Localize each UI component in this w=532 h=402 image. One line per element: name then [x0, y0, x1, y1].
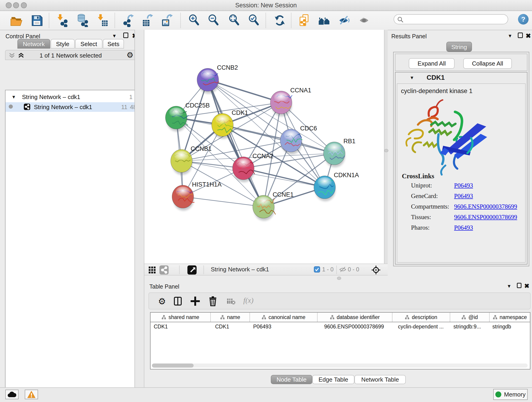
create-column-plus-icon[interactable] [191, 296, 200, 306]
network-node-RB1[interactable] [323, 142, 345, 165]
expand-all-button[interactable]: Expand All [409, 58, 455, 69]
save-session-icon[interactable] [31, 14, 43, 27]
grid-view-icon[interactable] [148, 266, 156, 274]
network-node-CDK1[interactable] [212, 114, 233, 136]
tab-sets[interactable]: Sets [103, 39, 124, 49]
column-tree-icon [493, 315, 497, 319]
birdseye-view-icon[interactable] [187, 265, 196, 274]
title-bar: Session: New Session [0, 0, 532, 11]
column-tree-icon [262, 315, 266, 319]
collapse-all-button[interactable]: Collapse All [463, 58, 512, 69]
crosslink-genecard-link[interactable]: P06493 [454, 192, 473, 200]
table-cell[interactable]: stringdb:9... [453, 324, 488, 332]
main-toolbar: ? [0, 11, 532, 30]
node-label-CDC6: CDC6 [300, 125, 317, 132]
tab-select[interactable]: Select [75, 39, 102, 49]
tab-edge-table[interactable]: Edge Table [312, 375, 355, 384]
crosslink-label: Pharos: [411, 224, 430, 231]
zoom-fit-icon[interactable] [228, 14, 240, 27]
help-button[interactable]: ? [518, 14, 529, 25]
crosslink-tissues-link[interactable]: 9606.ENSP00000378699 [454, 214, 517, 221]
protein-name: CDK1 [427, 74, 445, 81]
selected-nodes-checkbox[interactable] [314, 266, 320, 273]
horizontal-scrollbar[interactable] [152, 364, 528, 368]
column-header: database identifier [317, 313, 393, 322]
tab-string[interactable]: String [446, 42, 472, 52]
table-options-gear-icon[interactable]: ⚙ [158, 297, 166, 306]
delete-table-icon [227, 298, 235, 305]
network-node-CCNB2[interactable] [197, 68, 219, 91]
show-columns-icon[interactable] [174, 297, 182, 306]
warning-status-button[interactable] [25, 390, 38, 399]
network-options-gear-icon[interactable]: ⚙ [127, 51, 133, 59]
network-node-count: 11 [121, 104, 127, 111]
control-canvas-splitter[interactable] [134, 30, 144, 387]
hide-selected-eye-icon[interactable] [338, 14, 351, 27]
table-panel-float-icon[interactable]: ▾ [508, 283, 510, 289]
table-cell[interactable]: cyclin-dependent ... [398, 324, 451, 332]
protein-collapse-icon[interactable]: ▼ [410, 75, 414, 80]
network-canvas[interactable]: CCNB2CCNA1CDC25BCDK1CDC6RB1CCNB1CCNA2CDK… [144, 30, 384, 264]
import-network-database-icon[interactable] [76, 14, 89, 27]
table-cell[interactable]: 9606.ENSP00000378699 [324, 324, 395, 332]
tab-node-table[interactable]: Node Table [271, 375, 312, 384]
network-collection-row[interactable]: ▼ String Network – cdk1 1 [6, 94, 136, 102]
node-label-CDK1: CDK1 [232, 109, 248, 116]
crosslink-pharos-link[interactable]: P06493 [454, 224, 473, 231]
memory-label: Memory [504, 391, 526, 398]
clone-network-icon[interactable] [298, 14, 310, 27]
zoom-out-icon[interactable] [207, 14, 220, 27]
table-cell[interactable]: stringdb [492, 324, 529, 332]
column-tree-icon [162, 315, 166, 319]
network-node-CCNB1[interactable] [171, 149, 192, 172]
zoom-in-icon[interactable] [188, 14, 200, 27]
results-panel-float-icon[interactable]: ▾ [509, 32, 511, 39]
canvas-results-splitter[interactable] [384, 30, 388, 265]
search-input[interactable] [394, 14, 508, 24]
delete-column-trash-icon[interactable] [209, 296, 217, 306]
tab-network-table[interactable]: Network Table [355, 375, 406, 384]
open-session-icon[interactable] [10, 14, 22, 27]
results-panel-close-icon[interactable]: ✖ [526, 32, 531, 40]
node-label-CDKN1A: CDKN1A [334, 172, 359, 179]
home-icon[interactable] [318, 14, 331, 27]
zoom-selected-icon[interactable] [248, 14, 260, 27]
string-view-icon[interactable] [159, 265, 169, 274]
collection-collapse-icon[interactable]: ▼ [12, 95, 16, 100]
node-table[interactable]: shared name name canonical name database… [150, 312, 530, 370]
table-cell[interactable]: CDK1 [215, 324, 249, 332]
tab-network[interactable]: Network [17, 39, 50, 49]
toolbar-separator [49, 13, 49, 28]
network-node-CCNA1[interactable] [270, 91, 292, 114]
crosshair-icon[interactable] [371, 265, 381, 275]
import-table-file-icon[interactable] [96, 14, 109, 27]
network-selection-bar: 1 of 1 Network selected ⚙ [5, 50, 136, 60]
protein-section: ▼ CDK1 cyclin-dependent kinase 1 [395, 72, 527, 264]
refresh-icon[interactable] [273, 14, 286, 27]
control-panel-float-icon[interactable]: ▾ [113, 32, 116, 39]
control-panel: Control Panel ▾ ✖ Network Style Select S… [0, 30, 134, 387]
export-image-icon[interactable] [161, 14, 173, 27]
memory-button[interactable]: Memory [493, 389, 528, 400]
control-panel-maximize-icon[interactable] [123, 32, 128, 38]
table-panel-close-icon[interactable]: ✖ [524, 282, 530, 290]
network-node-CDKN1A[interactable] [314, 176, 336, 199]
cloud-status-button[interactable] [5, 390, 19, 399]
crosslink-uniprot-link[interactable]: P06493 [454, 182, 473, 189]
table-panel-maximize-icon[interactable] [517, 283, 521, 288]
network-view-toolbar: String Network – cdk1 1 - 0 0 - 0 [144, 264, 388, 275]
scrollbar-thumb[interactable] [152, 364, 194, 368]
show-all-eye-icon[interactable] [359, 14, 371, 27]
export-network-icon[interactable] [122, 14, 134, 27]
table-cell[interactable]: P06493 [253, 324, 316, 332]
export-table-icon[interactable] [141, 14, 153, 27]
network-row-selected[interactable]: String Network – cdk1 11 48 [6, 102, 136, 112]
crosslink-compartments-link[interactable]: 9606.ENSP00000378699 [454, 203, 517, 210]
tab-style[interactable]: Style [51, 39, 75, 49]
results-panel-maximize-icon[interactable] [518, 32, 523, 38]
table-cell[interactable]: CDK1 [154, 324, 209, 332]
toolbar-separator [114, 13, 115, 28]
column-header: @id [450, 313, 490, 322]
import-network-file-icon[interactable] [56, 14, 68, 27]
cloud-icon [7, 391, 16, 397]
